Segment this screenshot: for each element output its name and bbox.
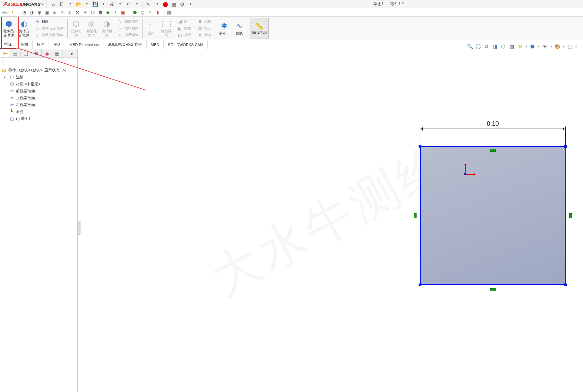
graphics-viewport[interactable]: 大水牛测绘 0.10 xyxy=(78,49,583,392)
tool-icon[interactable]: ▣ xyxy=(43,9,50,16)
panel-collapse-handle[interactable] xyxy=(78,221,80,235)
expand-icon[interactable]: ▸ xyxy=(4,75,8,79)
tool-icon[interactable]: ⬣ xyxy=(131,9,138,16)
app-logo[interactable]: ✗S SOLIDWORKS ▸ xyxy=(0,0,47,8)
tool-icon[interactable]: ⚒ xyxy=(516,43,523,50)
tool-icon[interactable]: ▦ xyxy=(165,9,172,16)
horizontal-constraint-icon[interactable] xyxy=(490,288,496,291)
extra-tab[interactable]: ▦ xyxy=(52,49,62,57)
eye-icon[interactable]: 👁 xyxy=(541,43,548,50)
extrude-boss-button[interactable]: ⬢ 拉伸凸台/基体 xyxy=(1,17,16,39)
dropdown-icon[interactable]: ▼ xyxy=(187,1,194,7)
intersect-icon: ⧉ xyxy=(197,26,203,31)
f-icon[interactable]: ƒ xyxy=(9,9,16,16)
tree-front-plane[interactable]: ▱ 前视基准面 xyxy=(1,87,77,94)
vertex-icon[interactable] xyxy=(564,284,567,286)
tab-evaluate[interactable]: 评估 xyxy=(49,40,65,49)
instant3d-button[interactable]: 📏 Instant3D xyxy=(250,18,269,38)
panel-menu-icon[interactable]: ▸ xyxy=(67,49,77,57)
vertical-constraint-icon[interactable] xyxy=(569,213,572,218)
revolve-boss-button[interactable]: ◐ 旋转凸台/基体 xyxy=(17,17,31,39)
horizontal-constraint-icon[interactable] xyxy=(490,149,496,152)
display-style-icon[interactable]: ▨ xyxy=(508,43,515,50)
tool-icon[interactable]: ◆ xyxy=(104,9,111,16)
sweep-cut-icon: ∿ xyxy=(118,19,123,24)
undo-icon[interactable]: ↶ xyxy=(125,1,131,7)
sketch-face[interactable] xyxy=(420,146,566,285)
tool-icon[interactable]: ◔ xyxy=(20,9,27,16)
dropdown-icon[interactable]: ▼ xyxy=(112,9,119,16)
tree-filter[interactable]: ▽ xyxy=(0,58,77,65)
origin-label: 原点 xyxy=(16,109,24,114)
traffic-light-icon[interactable]: ⬤ xyxy=(162,1,169,7)
tool-icon[interactable]: ◎ xyxy=(139,9,146,16)
tree-annotations[interactable]: ▸ 🏷 注解 xyxy=(1,73,77,80)
options-icon[interactable]: ▦ xyxy=(171,1,177,7)
tree-sketch1[interactable]: ◻ (-) 草图1 xyxy=(1,115,77,122)
vertex-icon[interactable] xyxy=(419,284,421,286)
abc-icon[interactable]: Abc xyxy=(1,9,8,16)
section-view-icon[interactable]: ◨ xyxy=(491,43,498,50)
vertical-constraint-icon[interactable] xyxy=(414,213,417,218)
dropdown-icon[interactable]: ▼ xyxy=(84,1,90,7)
view-orientation-icon[interactable]: ⬡ xyxy=(500,43,507,50)
tree-material[interactable]: ⛁ 材质 <未指定> xyxy=(1,80,77,87)
dimxpert-tab[interactable]: ⊕ xyxy=(31,49,42,57)
save-icon[interactable]: 💾 xyxy=(92,1,98,7)
zoom-window-icon[interactable]: ⛶ xyxy=(475,43,482,50)
tool-icon[interactable]: ⚒ xyxy=(74,9,81,16)
tool-icon[interactable]: ⬢ xyxy=(97,9,104,16)
appearance-icon[interactable]: 🎨 xyxy=(554,43,561,50)
rib-button: ◢筋 xyxy=(176,18,192,25)
tool-icon[interactable]: ◉ xyxy=(36,9,43,16)
settings-icon[interactable]: ⚙ xyxy=(179,1,185,7)
ref-geom-button[interactable]: ✱ 参考... xyxy=(217,17,231,39)
tool-icon[interactable]: ⬡ xyxy=(89,9,96,16)
tool-icon[interactable]: ◈ xyxy=(51,9,58,16)
previous-view-icon[interactable]: ↺ xyxy=(483,43,490,50)
dimension-horizontal[interactable]: 0.10 xyxy=(420,120,566,141)
select-icon[interactable]: ↖ xyxy=(146,1,152,7)
feature-tree: 🗁 零件1 (默认<<默认>_显示状态 1>) ▸ 🏷 注解 ⛁ 材质 <未指定… xyxy=(0,65,77,392)
tab-mbd-dim[interactable]: MBD Dimensions xyxy=(65,40,103,49)
dropdown-icon[interactable]: ▼ xyxy=(67,1,73,7)
tab-mbd[interactable]: MBD xyxy=(147,40,164,49)
scene-icon[interactable]: ⬚ xyxy=(566,43,573,50)
tool-icon[interactable]: ✦ xyxy=(82,9,88,16)
tree-top-plane[interactable]: ▱ 上视基准面 xyxy=(1,94,77,101)
config-tab[interactable]: ⬚ xyxy=(21,49,31,57)
sigma-icon[interactable]: Σ xyxy=(66,9,73,16)
dropdown-icon[interactable]: ▼ xyxy=(117,1,123,7)
check-icon[interactable]: ✓ xyxy=(146,9,153,16)
tab-sw-addins[interactable]: SOLIDWORKS 插件 xyxy=(103,40,147,49)
sweep-button[interactable]: ∿扫描 xyxy=(33,18,65,25)
feature-tree-tab[interactable]: 🗁 xyxy=(0,49,10,57)
hide-show-icon[interactable]: ⬣ xyxy=(529,43,536,50)
property-tab[interactable]: ▤ xyxy=(10,49,21,57)
dropdown-icon[interactable]: ▼ xyxy=(100,1,106,7)
new-icon[interactable]: 🗋 xyxy=(59,1,65,7)
sketch-rectangle[interactable] xyxy=(420,146,566,285)
tree-origin[interactable]: ┗ 原点 xyxy=(1,108,77,115)
tool-icon[interactable]: ▣ xyxy=(120,9,127,16)
tab-sketch[interactable]: 草图 xyxy=(16,40,33,49)
tab-annotate[interactable]: 标注 xyxy=(33,40,49,49)
tool-icon[interactable]: ▮ xyxy=(154,9,161,16)
vertex-icon[interactable] xyxy=(419,145,421,148)
tool-icon[interactable]: ✧ xyxy=(59,9,66,16)
dimension-value[interactable]: 0.10 xyxy=(487,120,499,128)
curves-button[interactable]: ∿ 曲线 xyxy=(232,17,247,39)
tree-root[interactable]: 🗁 零件1 (默认<<默认>_显示状态 1>) xyxy=(1,67,77,73)
open-icon[interactable]: 📂 xyxy=(75,1,82,7)
tab-features[interactable]: 特征 xyxy=(0,40,16,49)
tab-sw-cam[interactable]: SOLIDWORKS CAM xyxy=(164,40,208,49)
tree-right-plane[interactable]: ▱ 右视基准面 xyxy=(1,101,77,108)
display-tab[interactable]: ◉ xyxy=(42,49,52,57)
print-icon[interactable]: 🖨 xyxy=(109,1,115,7)
vertex-icon[interactable] xyxy=(564,145,567,148)
dropdown-icon[interactable]: ▼ xyxy=(134,1,140,7)
home-icon[interactable]: ⌂ xyxy=(50,1,57,7)
tool-icon[interactable]: ◑ xyxy=(28,9,35,16)
zoom-icon[interactable]: 🔍 xyxy=(466,43,473,50)
dropdown-icon[interactable]: ▼ xyxy=(154,1,160,7)
